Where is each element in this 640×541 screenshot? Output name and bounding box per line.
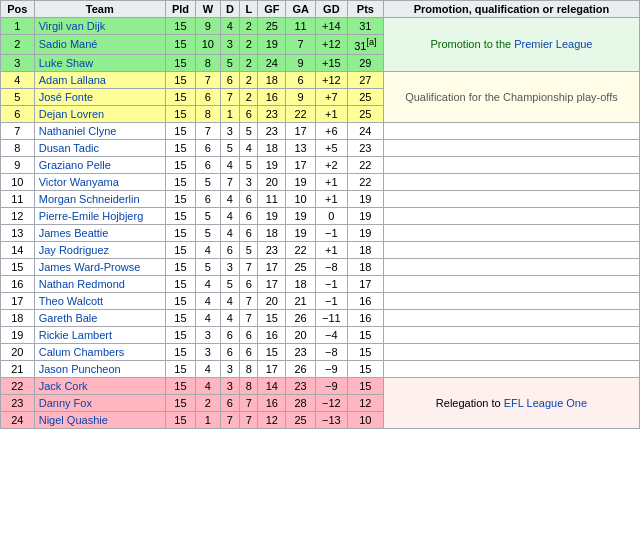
cell-team[interactable]: Danny Fox (34, 394, 165, 411)
cell-ga: 22 (286, 105, 315, 122)
cell-w: 8 (196, 105, 221, 122)
cell-team[interactable]: Nathaniel Clyne (34, 122, 165, 139)
cell-pos: 3 (1, 54, 35, 71)
cell-promotion (383, 224, 639, 241)
cell-team[interactable]: Theo Walcott (34, 292, 165, 309)
cell-pld: 15 (165, 292, 195, 309)
cell-promotion (383, 241, 639, 258)
cell-gd: −13 (315, 411, 347, 428)
cell-team[interactable]: Gareth Bale (34, 309, 165, 326)
cell-ga: 18 (286, 275, 315, 292)
cell-pld: 15 (165, 309, 195, 326)
header-w: W (196, 1, 221, 18)
cell-pld: 15 (165, 122, 195, 139)
cell-pld: 15 (165, 71, 195, 88)
cell-gd: +12 (315, 35, 347, 55)
cell-team[interactable]: Nigel Quashie (34, 411, 165, 428)
cell-team[interactable]: Pierre-Emile Hojbjerg (34, 207, 165, 224)
table-row: 19Rickie Lambert153661620−415 (1, 326, 640, 343)
cell-ga: 19 (286, 207, 315, 224)
cell-team[interactable]: Dusan Tadic (34, 139, 165, 156)
cell-team[interactable]: José Fonte (34, 88, 165, 105)
cell-pos: 23 (1, 394, 35, 411)
header-promotion: Promotion, qualification or relegation (383, 1, 639, 18)
cell-gd: −1 (315, 275, 347, 292)
cell-gd: +1 (315, 105, 347, 122)
cell-d: 5 (220, 54, 240, 71)
cell-l: 5 (240, 241, 258, 258)
cell-ga: 25 (286, 258, 315, 275)
cell-team[interactable]: James Beattie (34, 224, 165, 241)
cell-d: 1 (220, 105, 240, 122)
cell-promotion (383, 173, 639, 190)
table-header-row: Pos Team Pld W D L GF GA GD Pts Promotio… (1, 1, 640, 18)
cell-team[interactable]: Victor Wanyama (34, 173, 165, 190)
cell-w: 4 (196, 377, 221, 394)
cell-pld: 15 (165, 54, 195, 71)
cell-ga: 23 (286, 343, 315, 360)
cell-gd: +15 (315, 54, 347, 71)
cell-pld: 15 (165, 258, 195, 275)
cell-gd: −4 (315, 326, 347, 343)
cell-team[interactable]: Rickie Lambert (34, 326, 165, 343)
cell-w: 4 (196, 241, 221, 258)
cell-gf: 19 (258, 156, 286, 173)
cell-pts: 27 (347, 71, 383, 88)
cell-w: 5 (196, 173, 221, 190)
header-pos: Pos (1, 1, 35, 18)
cell-ga: 22 (286, 241, 315, 258)
cell-d: 4 (220, 156, 240, 173)
cell-team[interactable]: Jay Rodriguez (34, 241, 165, 258)
cell-gf: 19 (258, 35, 286, 55)
cell-pts: 19 (347, 207, 383, 224)
cell-team[interactable]: Calum Chambers (34, 343, 165, 360)
cell-w: 6 (196, 156, 221, 173)
cell-gd: +5 (315, 139, 347, 156)
cell-pts: 15 (347, 326, 383, 343)
cell-ga: 17 (286, 156, 315, 173)
cell-pts: 31 (347, 18, 383, 35)
cell-l: 6 (240, 207, 258, 224)
cell-team[interactable]: Jack Cork (34, 377, 165, 394)
table-row: 1Virgil van Dijk159422511+1431Promotion … (1, 18, 640, 35)
table-row: 15James Ward-Prowse155371725−818 (1, 258, 640, 275)
cell-pts: 15 (347, 343, 383, 360)
table-row: 10Victor Wanyama155732019+122 (1, 173, 640, 190)
cell-pts: 19 (347, 190, 383, 207)
cell-ga: 21 (286, 292, 315, 309)
cell-team[interactable]: Dejan Lovren (34, 105, 165, 122)
cell-team[interactable]: Luke Shaw (34, 54, 165, 71)
cell-team[interactable]: James Ward-Prowse (34, 258, 165, 275)
cell-ga: 20 (286, 326, 315, 343)
cell-gf: 19 (258, 207, 286, 224)
main-container: Pos Team Pld W D L GF GA GD Pts Promotio… (0, 0, 640, 429)
cell-gf: 18 (258, 224, 286, 241)
cell-team[interactable]: Adam Lallana (34, 71, 165, 88)
cell-w: 4 (196, 360, 221, 377)
cell-ga: 26 (286, 360, 315, 377)
cell-promotion (383, 139, 639, 156)
cell-team[interactable]: Graziano Pelle (34, 156, 165, 173)
cell-team[interactable]: Virgil van Dijk (34, 18, 165, 35)
cell-pos: 14 (1, 241, 35, 258)
header-team: Team (34, 1, 165, 18)
cell-pld: 15 (165, 360, 195, 377)
cell-team[interactable]: Nathan Redmond (34, 275, 165, 292)
cell-pld: 15 (165, 105, 195, 122)
cell-team[interactable]: Sadio Mané (34, 35, 165, 55)
cell-pos: 12 (1, 207, 35, 224)
cell-w: 7 (196, 71, 221, 88)
cell-w: 5 (196, 207, 221, 224)
cell-w: 8 (196, 54, 221, 71)
cell-gf: 18 (258, 139, 286, 156)
cell-l: 7 (240, 309, 258, 326)
cell-team[interactable]: Morgan Schneiderlin (34, 190, 165, 207)
table-row: 20Calum Chambers153661523−815 (1, 343, 640, 360)
cell-pos: 21 (1, 360, 35, 377)
cell-d: 3 (220, 122, 240, 139)
cell-gf: 16 (258, 88, 286, 105)
cell-d: 5 (220, 275, 240, 292)
cell-l: 6 (240, 343, 258, 360)
cell-gf: 16 (258, 394, 286, 411)
cell-team[interactable]: Jason Puncheon (34, 360, 165, 377)
